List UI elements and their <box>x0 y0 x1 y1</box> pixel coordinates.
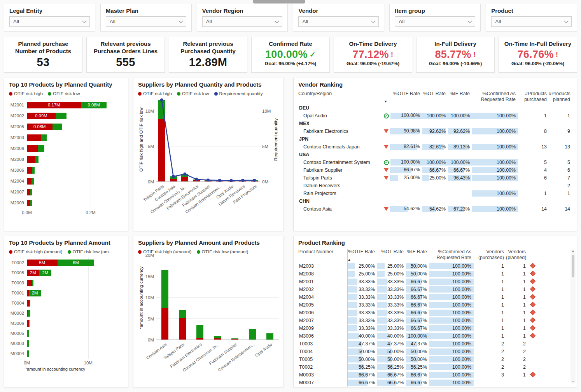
bar-otif-risk-low[interactable] <box>30 200 32 206</box>
bar-otif-risk-high-amount[interactable] <box>214 338 221 340</box>
bar-otif-risk-low[interactable]: 0.08M <box>81 102 107 108</box>
collapsed-toolbar-handle[interactable] <box>253 0 305 3</box>
product-row-t0002[interactable]: T000256.25%56.25%56.25%100.00%22 <box>298 363 539 371</box>
legend-item-requirement-quantity[interactable]: Requirement quantity <box>214 91 263 96</box>
filter-dropdown-vendor[interactable]: All <box>298 16 379 27</box>
column-header-products[interactable]: #Productsplanned <box>549 91 572 103</box>
vertical-scrollbar[interactable]: ▲ ▼ <box>570 249 576 384</box>
column-header-icon[interactable] <box>528 249 538 261</box>
filter-dropdown-item-group[interactable]: All <box>395 16 475 27</box>
product-row-m2004[interactable]: M200433.33%33.33%66.67%100.00%11 <box>298 293 539 301</box>
bar-otif-risk-low-amount[interactable]: 2M <box>29 290 41 296</box>
bar-otif-risk-high-amount[interactable] <box>161 308 168 340</box>
bar-otif-risk-low-amount[interactable] <box>29 320 30 327</box>
bar-otif-risk-low[interactable] <box>41 134 47 141</box>
legend-item-otif-risk-high[interactable]: OTIF risk high <box>9 91 43 96</box>
group-row-mex[interactable]: MEX <box>298 120 572 127</box>
scroll-up-icon[interactable]: ▲ <box>572 249 574 253</box>
bar-otif-risk-high[interactable] <box>27 200 30 206</box>
group-row-deu[interactable]: DEU <box>298 104 572 112</box>
product-row-t0005[interactable]: T000550.00%50.00%50.00%100.00%22 <box>298 355 539 363</box>
bar-otif-risk-low[interactable] <box>32 178 34 185</box>
scrollbar-thumb[interactable] <box>572 255 574 277</box>
vendor-row-datum-receivers[interactable]: Datum Receivers2 <box>298 182 572 190</box>
bar-column-fabrikam-supplier[interactable] <box>226 255 244 340</box>
column-header-vendors[interactable]: Vendors(purchased) <box>473 249 506 261</box>
vendor-row-contoso-entertainment-system[interactable]: Contoso Entertainment System✓100.00%100.… <box>298 159 572 166</box>
bar-otif-risk-high-amount[interactable] <box>179 318 186 340</box>
filter-dropdown-legal-entity[interactable]: All <box>9 16 90 27</box>
bar-column-contoso-asia[interactable] <box>156 255 173 340</box>
bar-otif-risk-low-amount[interactable] <box>214 336 221 338</box>
column-header-otif-rate[interactable]: %OTIF Rate▲ <box>347 249 377 261</box>
bar-otif-risk-high-amount[interactable]: 2M <box>27 270 39 276</box>
bar-otif-risk-low-amount[interactable] <box>28 310 30 317</box>
bar-otif-risk-high[interactable] <box>27 145 38 152</box>
bar-otif-risk-low-amount[interactable] <box>27 350 29 357</box>
product-row-m0003[interactable]: M000366.67%66.67%66.67%100.00%31 <box>298 371 539 379</box>
column-header-confirmed-as[interactable]: %Confirmed AsRequested Rate <box>429 249 473 261</box>
legend-item-otif-risk-high-amount[interactable]: OTIF risk high (amount) <box>9 249 63 254</box>
vendor-row-contoso-asia[interactable]: Contoso Asia54.62%54.62%67.23%100.00%141… <box>298 205 572 213</box>
column-header-vendors[interactable]: Vendors(planned) <box>506 249 528 261</box>
bar-column-contoso-chemicals-ja[interactable] <box>208 255 226 340</box>
bar-otif-risk-low-amount[interactable] <box>27 330 30 337</box>
bar-otif-risk-high[interactable]: 0.09M <box>27 113 56 119</box>
legend-item-otif-risk-high[interactable]: OTIF risk high <box>138 91 172 96</box>
legend-item-otif-risk-low[interactable]: OTIF risk low <box>48 91 80 96</box>
column-header-products[interactable]: #Productspurchased <box>518 91 549 103</box>
bar-otif-risk-high-amount[interactable] <box>27 300 30 307</box>
column-header-product-number[interactable]: Product Number <box>298 249 347 261</box>
product-row-m2001[interactable]: M200133.33%33.33%66.67%100.00%11 <box>298 278 539 286</box>
column-header-country-region[interactable]: Country/Region <box>298 91 384 103</box>
group-row-jpn[interactable]: JPN <box>298 135 572 143</box>
bar-column-fabrikam-electronics[interactable] <box>191 255 208 340</box>
column-header-if-rate[interactable]: %IF Rate <box>406 249 429 261</box>
bar-otif-risk-low-amount[interactable] <box>32 280 33 286</box>
bar-otif-risk-low[interactable] <box>35 156 38 163</box>
bar-otif-risk-low-amount[interactable]: 6M <box>58 260 94 266</box>
bar-otif-risk-low-amount[interactable] <box>27 340 29 347</box>
bar-otif-risk-high[interactable] <box>27 189 30 195</box>
bar-otif-risk-low[interactable] <box>32 167 35 174</box>
bar-otif-risk-low-amount[interactable] <box>179 310 186 318</box>
bar-otif-risk-low[interactable] <box>56 113 66 119</box>
filter-dropdown-product[interactable]: All <box>491 16 572 27</box>
product-row-t0004[interactable]: T000450.00%50.00%50.00%100.00%22 <box>298 348 539 355</box>
legend-item-otif-risk-low-am[interactable]: OTIF risk low (am... <box>68 249 113 254</box>
product-row-m3006[interactable]: M300640.00%40.00%100.00%100.00%11 <box>298 332 539 340</box>
bar-otif-risk-low[interactable] <box>52 124 62 130</box>
column-header-if-rate[interactable]: %IF Rate <box>448 91 472 103</box>
bar-otif-risk-low[interactable] <box>38 145 44 152</box>
bar-otif-risk-high[interactable] <box>27 167 32 174</box>
bar-otif-risk-high[interactable] <box>27 134 41 141</box>
vendor-row-rain-projectors[interactable]: Rain Projectors100.00%11 <box>298 190 572 197</box>
bar-column-tailspin-parts[interactable] <box>173 255 191 340</box>
bar-otif-risk-low-amount[interactable] <box>231 338 238 339</box>
vendor-row-contoso-chemicals-japan[interactable]: Contoso Chemicals Japan82.61%82.61%89.13… <box>298 143 572 151</box>
filter-dropdown-master-plan[interactable]: All <box>106 16 186 27</box>
filter-dropdown-vendor-region[interactable]: All <box>202 16 283 27</box>
vendor-row-fabrikam-electronics[interactable]: Fabrikam Electronics90.98%92.62%92.62%10… <box>298 127 572 135</box>
vendor-row-fabrikam-supplier[interactable]: Fabrikam Supplier66.67%66.67%66.67%100.0… <box>298 166 572 174</box>
bar-column-opal-audio[interactable] <box>261 255 279 340</box>
product-row-m2009[interactable]: M200933.33%33.33%66.67%100.00%11 <box>298 324 539 332</box>
column-header-ot-rate[interactable]: %OT Rate <box>377 249 406 261</box>
vendor-row-opal-audio[interactable]: Opal Audio✓100.00%100.00%100.00%100.00%1… <box>298 112 572 120</box>
bar-otif-risk-low-amount[interactable]: 2M <box>39 270 52 276</box>
bar-otif-risk-high-amount[interactable] <box>27 280 32 286</box>
product-row-m2005[interactable]: M200533.33%33.33%66.67%100.00%11 <box>298 301 539 309</box>
bar-otif-risk-high-amount[interactable]: 5M <box>27 260 58 266</box>
bar-otif-risk-high-amount[interactable] <box>196 338 203 340</box>
bar-otif-risk-high[interactable] <box>27 178 32 185</box>
bar-otif-risk-high[interactable]: 0.08M <box>27 124 52 130</box>
product-row-m2002[interactable]: M200233.33%33.33%66.67%100.00%11 <box>298 286 539 293</box>
product-row-t0003[interactable]: T000347.37%47.37%47.37%100.00%22 <box>298 340 539 348</box>
product-row-m0007[interactable]: M000766.67%66.67%66.67%100.00% <box>298 379 539 387</box>
group-row-usa[interactable]: USA <box>298 151 572 159</box>
bar-otif-risk-high-amount[interactable] <box>231 339 238 340</box>
vendor-row-tailspin-parts[interactable]: Tailspin Parts25.00%25.00%96.43%100.00%6… <box>298 174 572 182</box>
bar-otif-risk-high[interactable] <box>27 156 35 163</box>
bar-column-contoso-entertainmen[interactable] <box>244 255 261 340</box>
bar-otif-risk-low-amount[interactable] <box>30 300 30 307</box>
